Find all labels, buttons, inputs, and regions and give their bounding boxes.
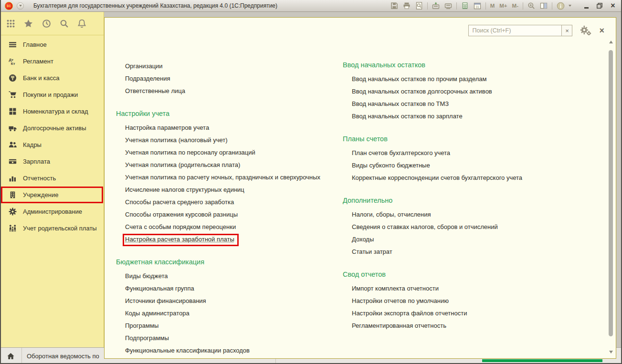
app-logo-icon: 1С: [5, 2, 13, 10]
menu-link[interactable]: Регламентированная отчетность: [352, 320, 446, 332]
info-button[interactable]: [556, 1, 565, 10]
sidebar-item[interactable]: Кадры: [0, 136, 104, 153]
menu-link[interactable]: Настройки отчетов по умолчанию: [352, 295, 449, 307]
sidebar-item[interactable]: Номенклатура и склад: [0, 103, 104, 120]
sidebar-item-label: Учреждение: [23, 191, 59, 198]
menu-link[interactable]: Учетная политика по персоналу организаци…: [125, 146, 255, 159]
menu-link[interactable]: Настройка параметров учета: [125, 122, 209, 134]
menu-link[interactable]: Налоги, сборы, отчисления: [352, 208, 431, 221]
apps-menu-button[interactable]: [6, 19, 15, 28]
sidebar-item[interactable]: Главное: [0, 36, 104, 53]
menu-link[interactable]: Подпрограммы: [125, 332, 169, 344]
star-icon: [24, 19, 33, 28]
reports-icon: [8, 174, 17, 183]
sidebar-item-label: Главное: [23, 41, 47, 48]
search-button[interactable]: [60, 19, 69, 28]
menu-link[interactable]: Ввод начальных остатков по прочим раздел…: [352, 73, 487, 85]
sidebar-item[interactable]: Банк и касса: [0, 70, 104, 86]
sidebar-item[interactable]: ДтКтРегламент: [0, 53, 104, 70]
cart-icon: [8, 91, 17, 99]
memory-plus-button[interactable]: M+: [499, 3, 507, 9]
taskbar-tab[interactable]: Оборотная ведомость по ма: [22, 348, 99, 364]
print-preview-button[interactable]: [415, 1, 423, 10]
settings-button[interactable]: [579, 25, 591, 36]
menu-link[interactable]: План счетов бухгалтерского учета: [352, 147, 450, 159]
menu-link[interactable]: Ввод начальных остатков по ТМЗ: [352, 98, 449, 110]
menu-link[interactable]: Способы расчета среднего заработка: [125, 196, 234, 208]
sidebar-item[interactable]: Покупки и продажи: [0, 86, 104, 103]
window-title: Бухгалтерия для государственных учрежден…: [33, 2, 277, 9]
calendar-button[interactable]: 31: [473, 1, 482, 10]
favorites-button[interactable]: [24, 19, 33, 28]
menu-link[interactable]: Корректные корреспонденции счетов бухгал…: [352, 172, 522, 184]
memory-minus-button[interactable]: M-: [512, 3, 519, 9]
menu-link[interactable]: Учетная политика (родительская плата): [125, 159, 240, 171]
scroll-up-arrow-icon[interactable]: [609, 41, 613, 43]
minimize-button[interactable]: [582, 1, 590, 10]
section-heading: Дополнительно: [343, 194, 522, 207]
import-button[interactable]: [432, 1, 440, 10]
menu-link[interactable]: Ввод начальных остатков долгосрочных акт…: [352, 85, 492, 98]
close-window-button[interactable]: ×: [609, 1, 617, 10]
sidebar-item[interactable]: Учреждение: [0, 187, 104, 203]
apps-grid-icon: [6, 19, 15, 28]
sidebar-item-label: Банк и касса: [23, 74, 60, 82]
menu-link[interactable]: Импорт комплекта отчетности: [352, 282, 439, 295]
notifications-button[interactable]: [77, 19, 86, 28]
print-button[interactable]: [402, 1, 411, 10]
sidebar-item[interactable]: Долгосрочные активы: [0, 120, 104, 136]
menu-link[interactable]: Исчисление налогов структурных единиц: [125, 184, 244, 196]
menu-section: ДополнительноНалоги, сборы, отчисленияСв…: [343, 194, 522, 258]
menu-link[interactable]: Подразделения: [125, 73, 170, 85]
zoom-button[interactable]: [527, 1, 536, 10]
menu-link[interactable]: Сведения о ставках налогов, сборов и отч…: [352, 221, 498, 233]
menu-link[interactable]: Организации: [125, 60, 163, 73]
sidebar-item[interactable]: Зарплата: [0, 153, 104, 170]
menu-link[interactable]: Ответственные лица: [125, 85, 185, 97]
sidebar-item[interactable]: Отчетность: [0, 170, 104, 187]
menu-link[interactable]: Учетная политика по расчету ночных, праз…: [125, 171, 320, 184]
system-menu-button[interactable]: [17, 2, 24, 10]
export-button[interactable]: [444, 1, 453, 10]
memory-button[interactable]: M: [490, 3, 495, 9]
menu-link[interactable]: Функциональная группа: [125, 282, 194, 295]
menu-link[interactable]: Доходы: [352, 233, 374, 246]
menu-link[interactable]: Программы: [125, 320, 158, 332]
menu-link[interactable]: Коды администратора: [125, 307, 190, 320]
split-view-icon: [540, 2, 548, 10]
sidebar-item[interactable]: Учет родительской платы: [0, 220, 104, 237]
scroll-down-arrow-icon[interactable]: [609, 351, 613, 354]
menu-section: Свод отчетовИмпорт комплекта отчетностиН…: [343, 268, 522, 332]
search-group: ×: [468, 25, 572, 36]
restore-button[interactable]: [595, 1, 604, 10]
menu-link[interactable]: Настройки экспорта файлов отчетности: [352, 307, 467, 320]
calculator-button[interactable]: [461, 1, 469, 10]
search-clear-button[interactable]: ×: [562, 25, 572, 36]
menu-link[interactable]: Статьи затрат: [352, 246, 392, 258]
restore-icon: [597, 3, 602, 9]
section-heading: Ввод начальных остатков: [343, 59, 522, 71]
save-button[interactable]: [390, 1, 399, 10]
vertical-scrollbar[interactable]: [608, 40, 614, 354]
close-panel-button[interactable]: ×: [599, 26, 604, 35]
home-button[interactable]: [0, 348, 22, 364]
menu-link[interactable]: Источники финансирования: [125, 295, 206, 307]
menu-link[interactable]: Виды субконто бюджетные: [352, 159, 430, 172]
toolbar-separator: [552, 2, 552, 10]
split-view-button[interactable]: [539, 1, 548, 10]
menu-icon: [8, 41, 17, 49]
scrollbar-thumb[interactable]: [609, 50, 613, 336]
sidebar-item[interactable]: Администрирование: [0, 203, 104, 220]
panel-header: × ×: [468, 25, 604, 36]
menu-link[interactable]: Настройка расчета заработной платы: [125, 233, 234, 246]
history-button[interactable]: [42, 19, 51, 28]
menu-link[interactable]: Счета с особым порядком переоценки: [125, 221, 236, 233]
menu-link[interactable]: Функциональные классификации расходов: [125, 344, 250, 357]
menu-link[interactable]: Способы отражения курсовой разницы: [125, 208, 238, 221]
menu-link[interactable]: Учетная политика (налоговый учет): [125, 134, 228, 146]
info-dropdown-caret-icon[interactable]: [569, 5, 571, 7]
title-bar: 1С Бухгалтерия для государственных учреж…: [0, 0, 622, 12]
menu-link[interactable]: Виды бюджета: [125, 270, 168, 282]
menu-link[interactable]: Ввод начальных остатков по зарплате: [352, 110, 463, 123]
search-input[interactable]: [468, 25, 562, 36]
